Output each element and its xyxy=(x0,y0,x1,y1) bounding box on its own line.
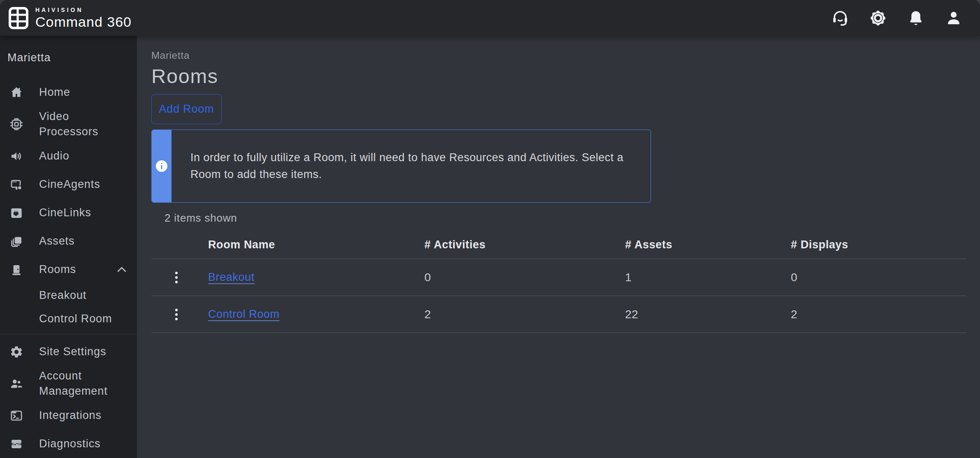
activities-count: 0 xyxy=(424,271,625,284)
sidebar-item-label: Assets xyxy=(39,234,74,249)
gear-icon xyxy=(9,345,23,359)
sidebar-item-video-processors[interactable]: Video Processors xyxy=(0,106,137,142)
topbar-actions xyxy=(830,8,964,28)
assets-count: 1 xyxy=(625,271,791,284)
sidebar-item-label: Video Processors xyxy=(39,109,126,139)
brand: HAIVISION Command 360 xyxy=(8,7,132,30)
display-settings-icon xyxy=(869,9,887,28)
assets-count: 22 xyxy=(625,308,791,321)
product-name: Command 360 xyxy=(35,15,132,29)
sidebar-item-label: Diagnostics xyxy=(39,436,100,451)
sidebar-item-assets[interactable]: Assets xyxy=(0,227,137,255)
account-icon xyxy=(945,9,963,27)
rooms-table: Room Name # Activities # Assets # Displa… xyxy=(151,231,966,333)
info-icon xyxy=(155,160,168,172)
add-room-button[interactable]: Add Room xyxy=(151,94,222,124)
ethernet-icon xyxy=(9,206,23,220)
table-header-row: Room Name # Activities # Assets # Displa… xyxy=(151,231,966,259)
column-header-room-name: Room Name xyxy=(208,238,424,251)
agent-window-icon xyxy=(9,178,23,192)
support-icon xyxy=(831,9,850,28)
sidebar-item-integrations[interactable]: Integrations xyxy=(0,401,137,430)
sidebar-item-cineagents[interactable]: CineAgents xyxy=(0,170,137,199)
sidebar-item-label: Account Management xyxy=(39,368,126,399)
table-row: Breakout 0 1 0 xyxy=(151,259,966,296)
site-label: Marietta xyxy=(0,46,137,78)
column-header-activities: # Activities xyxy=(424,238,625,251)
breadcrumb: Marietta xyxy=(151,49,980,62)
room-link[interactable]: Breakout xyxy=(208,271,255,283)
kebab-icon xyxy=(175,272,178,274)
layers-icon xyxy=(9,234,23,248)
terminal-icon xyxy=(9,409,23,423)
page-title: Rooms xyxy=(151,64,980,88)
speaker-icon xyxy=(9,149,23,163)
main-content: Marietta Rooms Add Room In order to full… xyxy=(137,36,980,458)
column-header-assets: # Assets xyxy=(625,238,791,251)
support-button[interactable] xyxy=(830,8,850,28)
sidebar-item-label: CineAgents xyxy=(39,177,100,192)
people-icon xyxy=(9,377,23,391)
sidebar-item-account-management[interactable]: Account Management xyxy=(0,366,137,401)
brand-name: HAIVISION xyxy=(35,7,132,13)
account-button[interactable] xyxy=(944,8,964,28)
notifications-icon xyxy=(907,9,925,27)
sidebar-item-diagnostics[interactable]: Diagnostics xyxy=(0,430,137,458)
sidebar-divider xyxy=(0,334,137,334)
sidebar-subitem-label: Control Room xyxy=(39,312,112,325)
sidebar-item-home[interactable]: Home xyxy=(0,78,137,106)
sidebar-item-site-settings[interactable]: Site Settings xyxy=(0,338,137,366)
sidebar-item-rooms[interactable]: Rooms xyxy=(0,255,137,284)
sidebar-item-label: Integrations xyxy=(39,408,102,423)
door-icon xyxy=(9,263,23,277)
sidebar-subitem-control-room[interactable]: Control Room xyxy=(0,307,137,331)
chevron-up-icon xyxy=(117,267,126,272)
home-icon xyxy=(9,86,23,99)
sidebar-subitem-breakout[interactable]: Breakout xyxy=(0,284,137,307)
sidebar-item-label: CineLinks xyxy=(39,205,91,220)
displays-count: 2 xyxy=(791,308,966,321)
room-link[interactable]: Control Room xyxy=(208,308,280,320)
sidebar-item-audio[interactable]: Audio xyxy=(0,142,137,170)
rooms-submenu: Breakout Control Room xyxy=(0,284,137,331)
sidebar-item-label: Rooms xyxy=(39,262,76,277)
row-menu-button[interactable] xyxy=(172,306,181,323)
display-settings-button[interactable] xyxy=(868,8,888,28)
sidebar-item-cinelinks[interactable]: CineLinks xyxy=(0,199,137,227)
activities-count: 2 xyxy=(424,308,625,321)
top-bar: HAIVISION Command 360 xyxy=(0,0,980,36)
sidebar-item-label: Site Settings xyxy=(39,344,106,359)
pulse-icon xyxy=(9,437,23,451)
items-shown-count: 2 items shown xyxy=(164,212,980,224)
chip-icon xyxy=(9,117,23,131)
info-banner-stripe xyxy=(152,130,171,202)
sidebar-subitem-label: Breakout xyxy=(39,289,86,302)
notifications-button[interactable] xyxy=(906,8,926,28)
displays-count: 0 xyxy=(791,271,966,284)
haivision-logo-icon xyxy=(8,7,29,30)
row-menu-button[interactable] xyxy=(172,269,181,286)
table-row: Control Room 2 22 2 xyxy=(151,296,966,333)
sidebar-item-label: Audio xyxy=(39,148,70,164)
sidebar: Marietta Home xyxy=(0,36,137,458)
kebab-icon xyxy=(175,309,178,311)
column-header-displays: # Displays xyxy=(791,238,966,251)
brand-text: HAIVISION Command 360 xyxy=(35,7,132,29)
info-banner-text: In order to fully utilize a Room, it wil… xyxy=(171,141,640,191)
info-banner: In order to fully utilize a Room, it wil… xyxy=(151,130,651,203)
sidebar-item-label: Home xyxy=(39,85,70,100)
app-window: HAIVISION Command 360 xyxy=(0,0,980,458)
